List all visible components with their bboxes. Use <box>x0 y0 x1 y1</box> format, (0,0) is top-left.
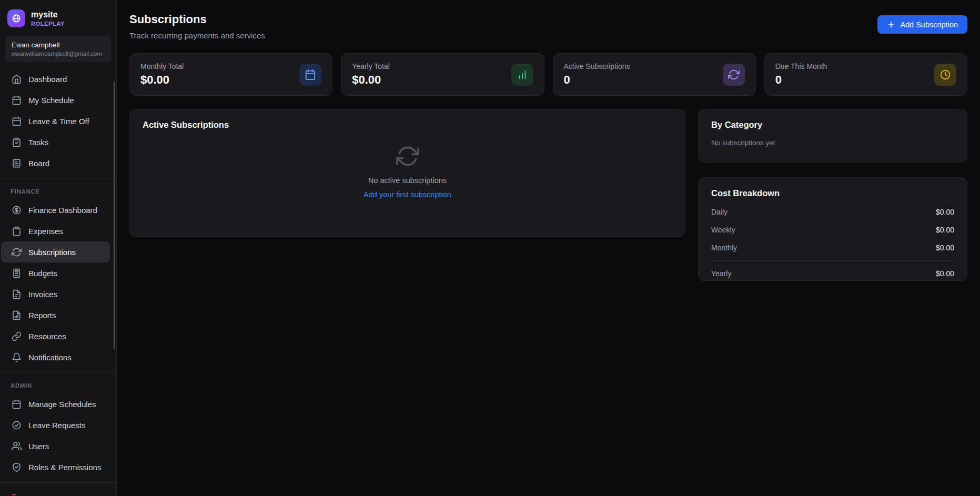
sidebar-item-board[interactable]: Board <box>1 153 110 174</box>
sidebar-item-users[interactable]: Users <box>1 436 110 457</box>
cost-row-yearly: Yearly $0.00 <box>711 260 954 278</box>
sidebar-item-budgets[interactable]: Budgets <box>1 262 110 284</box>
cost-row-monthly: Monthly $0.00 <box>711 244 954 252</box>
clipboard-icon <box>12 226 22 236</box>
sidebar-item-manage-schedules[interactable]: Manage Schedules <box>1 393 110 414</box>
sidebar-item-label: Tasks <box>28 138 48 147</box>
sidebar-divider <box>0 482 116 483</box>
sidebar-item-roles-permissions[interactable]: Roles & Permissions <box>1 457 110 478</box>
stat-value: $0.00 <box>140 73 184 87</box>
cost-row-label: Yearly <box>711 269 731 278</box>
refresh-icon <box>396 145 419 168</box>
stat-card-due-this-month: Due This Month 0 <box>764 53 967 96</box>
stat-value: 0 <box>564 73 630 87</box>
shield-icon <box>12 462 22 472</box>
calendar-icon <box>12 399 22 409</box>
bell-icon <box>12 352 22 362</box>
sidebar-item-label: Notifications <box>28 353 72 362</box>
page-subtitle: Track recurring payments and services <box>129 31 265 40</box>
sidebar-divider <box>0 372 116 373</box>
panel-title: By Category <box>711 120 954 130</box>
sidebar-item-invoices[interactable]: Invoices <box>1 284 110 305</box>
file-icon <box>12 289 22 299</box>
sidebar-item-label: Logout <box>28 494 53 496</box>
cost-row-value: $0.00 <box>936 226 954 234</box>
by-category-panel: By Category No subscriptions yet <box>698 109 967 163</box>
clock-icon <box>934 64 956 86</box>
cost-row-label: Monthly <box>711 244 737 252</box>
sidebar-divider <box>0 178 116 179</box>
user-name: Ewan campbell <box>12 41 105 49</box>
sidebar-item-my-schedule[interactable]: My Schedule <box>1 89 110 110</box>
stat-label: Monthly Total <box>140 62 184 70</box>
globe-icon <box>12 14 21 23</box>
sidebar-nav: Dashboard My Schedule Leave & Time Off T… <box>0 68 116 496</box>
sidebar-item-label: Reports <box>28 311 56 320</box>
sidebar-item-label: Expenses <box>28 227 63 236</box>
main-content: Subscriptions Track recurring payments a… <box>117 0 980 281</box>
sidebar-item-finance-dashboard[interactable]: Finance Dashboard <box>1 199 110 220</box>
panel-title: Cost Breakdown <box>711 188 954 198</box>
panel-title: Active Subscriptions <box>143 120 672 130</box>
cost-row-value: $0.00 <box>936 269 954 278</box>
link-icon <box>12 331 22 341</box>
board-icon <box>12 158 22 168</box>
sidebar-item-label: Manage Schedules <box>28 400 96 409</box>
check-circle-icon <box>12 420 22 430</box>
cost-row-value: $0.00 <box>936 244 954 252</box>
user-card: Ewan campbell ewanwilliamcampbell@gmail.… <box>5 36 111 62</box>
plus-icon <box>887 21 895 29</box>
add-subscription-label: Add Subscription <box>900 21 958 29</box>
sidebar-item-label: Budgets <box>28 269 57 278</box>
logout-icon <box>12 493 22 496</box>
sidebar-section-admin: ADMIN <box>0 378 116 393</box>
user-email: ewanwilliamcampbell@gmail.com <box>12 50 105 57</box>
sidebar-item-tasks[interactable]: Tasks <box>1 131 110 153</box>
cost-row-daily: Daily $0.00 <box>711 208 954 216</box>
brand: mysite ROLEPLAY <box>0 5 116 34</box>
sidebar-item-label: Leave Requests <box>28 421 85 430</box>
cost-row-weekly: Weekly $0.00 <box>711 226 954 234</box>
stat-value: $0.00 <box>352 73 390 87</box>
sidebar-item-leave-time-off[interactable]: Leave & Time Off <box>1 110 110 131</box>
add-subscription-button[interactable]: Add Subscription <box>877 15 967 34</box>
calendar-icon <box>299 64 321 86</box>
brand-logo-icon <box>7 9 25 27</box>
empty-state: No active subscriptions Add your first s… <box>143 130 672 199</box>
sidebar-item-label: Finance Dashboard <box>28 206 97 215</box>
sidebar-item-reports[interactable]: Reports <box>1 305 110 326</box>
add-first-subscription-link[interactable]: Add your first subscription <box>363 190 451 199</box>
sidebar-item-notifications[interactable]: Notifications <box>1 347 110 368</box>
sidebar-item-label: Leave & Time Off <box>28 117 89 126</box>
stat-card-monthly-total: Monthly Total $0.00 <box>129 53 332 96</box>
brand-name: mysite <box>31 10 65 19</box>
sidebar-scrollbar[interactable] <box>114 81 115 349</box>
sidebar-item-label: Invoices <box>28 290 57 299</box>
sidebar-item-subscriptions[interactable]: Subscriptions <box>1 241 110 262</box>
stat-value: 0 <box>775 73 827 87</box>
users-icon <box>12 441 22 451</box>
sidebar-item-label: Subscriptions <box>28 248 76 257</box>
stat-label: Active Subscriptions <box>564 62 630 70</box>
cost-row-label: Daily <box>711 208 728 216</box>
sidebar: mysite ROLEPLAY Ewan campbell ewanwillia… <box>0 0 117 496</box>
logout-button[interactable]: Logout <box>1 488 110 496</box>
file-chart-icon <box>12 310 22 320</box>
sidebar-item-label: Board <box>28 159 49 168</box>
sidebar-item-leave-requests[interactable]: Leave Requests <box>1 414 110 436</box>
home-icon <box>12 74 22 84</box>
brand-subtitle: ROLEPLAY <box>31 21 65 27</box>
clipboard-check-icon <box>12 137 22 147</box>
bar-chart-icon <box>511 64 533 86</box>
page-header: Subscriptions Track recurring payments a… <box>129 13 967 40</box>
stat-label: Due This Month <box>775 62 827 70</box>
sidebar-item-label: Resources <box>28 332 66 341</box>
sidebar-item-resources[interactable]: Resources <box>1 326 110 347</box>
sidebar-item-expenses[interactable]: Expenses <box>1 220 110 241</box>
sidebar-item-dashboard[interactable]: Dashboard <box>1 68 110 89</box>
content-row: Active Subscriptions No active subscript… <box>129 109 967 281</box>
cost-breakdown-panel: Cost Breakdown Daily $0.00 Weekly $0.00 … <box>698 177 967 281</box>
sidebar-item-label: Roles & Permissions <box>28 463 101 472</box>
dollar-circle-icon <box>12 205 22 215</box>
stat-card-yearly-total: Yearly Total $0.00 <box>341 53 544 96</box>
